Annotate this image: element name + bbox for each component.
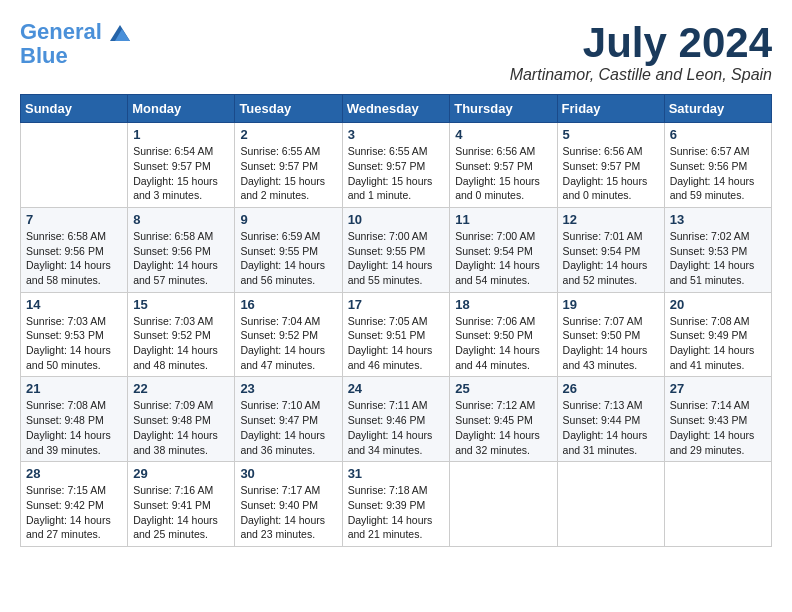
day-number: 19 [563, 297, 659, 312]
day-info: Sunrise: 7:08 AM Sunset: 9:48 PM Dayligh… [26, 398, 122, 457]
day-number: 5 [563, 127, 659, 142]
day-info: Sunrise: 7:01 AM Sunset: 9:54 PM Dayligh… [563, 229, 659, 288]
day-number: 26 [563, 381, 659, 396]
day-info: Sunrise: 6:58 AM Sunset: 9:56 PM Dayligh… [26, 229, 122, 288]
calendar-cell: 6Sunrise: 6:57 AM Sunset: 9:56 PM Daylig… [664, 123, 771, 208]
calendar-cell: 19Sunrise: 7:07 AM Sunset: 9:50 PM Dayli… [557, 292, 664, 377]
day-info: Sunrise: 7:14 AM Sunset: 9:43 PM Dayligh… [670, 398, 766, 457]
calendar-cell: 31Sunrise: 7:18 AM Sunset: 9:39 PM Dayli… [342, 462, 450, 547]
day-info: Sunrise: 7:11 AM Sunset: 9:46 PM Dayligh… [348, 398, 445, 457]
day-number: 1 [133, 127, 229, 142]
day-info: Sunrise: 7:13 AM Sunset: 9:44 PM Dayligh… [563, 398, 659, 457]
day-info: Sunrise: 7:03 AM Sunset: 9:53 PM Dayligh… [26, 314, 122, 373]
calendar-body: 1Sunrise: 6:54 AM Sunset: 9:57 PM Daylig… [21, 123, 772, 547]
header-wednesday: Wednesday [342, 95, 450, 123]
calendar-cell: 3Sunrise: 6:55 AM Sunset: 9:57 PM Daylig… [342, 123, 450, 208]
calendar-cell: 22Sunrise: 7:09 AM Sunset: 9:48 PM Dayli… [128, 377, 235, 462]
day-number: 24 [348, 381, 445, 396]
header-tuesday: Tuesday [235, 95, 342, 123]
calendar-cell: 28Sunrise: 7:15 AM Sunset: 9:42 PM Dayli… [21, 462, 128, 547]
calendar-week-5: 28Sunrise: 7:15 AM Sunset: 9:42 PM Dayli… [21, 462, 772, 547]
day-number: 10 [348, 212, 445, 227]
calendar-cell: 24Sunrise: 7:11 AM Sunset: 9:46 PM Dayli… [342, 377, 450, 462]
calendar-cell: 11Sunrise: 7:00 AM Sunset: 9:54 PM Dayli… [450, 207, 557, 292]
day-number: 12 [563, 212, 659, 227]
header-monday: Monday [128, 95, 235, 123]
logo-icon [110, 25, 130, 41]
day-info: Sunrise: 6:58 AM Sunset: 9:56 PM Dayligh… [133, 229, 229, 288]
calendar-cell: 2Sunrise: 6:55 AM Sunset: 9:57 PM Daylig… [235, 123, 342, 208]
day-number: 3 [348, 127, 445, 142]
calendar-table: Sunday Monday Tuesday Wednesday Thursday… [20, 94, 772, 547]
day-info: Sunrise: 6:56 AM Sunset: 9:57 PM Dayligh… [455, 144, 551, 203]
day-info: Sunrise: 7:16 AM Sunset: 9:41 PM Dayligh… [133, 483, 229, 542]
day-number: 28 [26, 466, 122, 481]
day-number: 23 [240, 381, 336, 396]
header-thursday: Thursday [450, 95, 557, 123]
day-info: Sunrise: 7:17 AM Sunset: 9:40 PM Dayligh… [240, 483, 336, 542]
calendar-cell [557, 462, 664, 547]
month-title: July 2024 [510, 20, 772, 66]
header-friday: Friday [557, 95, 664, 123]
day-number: 8 [133, 212, 229, 227]
calendar-cell [21, 123, 128, 208]
day-info: Sunrise: 7:10 AM Sunset: 9:47 PM Dayligh… [240, 398, 336, 457]
day-info: Sunrise: 7:05 AM Sunset: 9:51 PM Dayligh… [348, 314, 445, 373]
weekday-header-row: Sunday Monday Tuesday Wednesday Thursday… [21, 95, 772, 123]
calendar-cell: 12Sunrise: 7:01 AM Sunset: 9:54 PM Dayli… [557, 207, 664, 292]
header-sunday: Sunday [21, 95, 128, 123]
calendar-week-3: 14Sunrise: 7:03 AM Sunset: 9:53 PM Dayli… [21, 292, 772, 377]
calendar-cell: 25Sunrise: 7:12 AM Sunset: 9:45 PM Dayli… [450, 377, 557, 462]
day-number: 17 [348, 297, 445, 312]
day-number: 16 [240, 297, 336, 312]
calendar-cell: 9Sunrise: 6:59 AM Sunset: 9:55 PM Daylig… [235, 207, 342, 292]
logo-text: General [20, 20, 130, 44]
day-info: Sunrise: 6:59 AM Sunset: 9:55 PM Dayligh… [240, 229, 336, 288]
day-number: 4 [455, 127, 551, 142]
calendar-cell [450, 462, 557, 547]
calendar-cell: 29Sunrise: 7:16 AM Sunset: 9:41 PM Dayli… [128, 462, 235, 547]
calendar-week-4: 21Sunrise: 7:08 AM Sunset: 9:48 PM Dayli… [21, 377, 772, 462]
day-info: Sunrise: 7:12 AM Sunset: 9:45 PM Dayligh… [455, 398, 551, 457]
calendar-cell [664, 462, 771, 547]
calendar-cell: 4Sunrise: 6:56 AM Sunset: 9:57 PM Daylig… [450, 123, 557, 208]
day-number: 22 [133, 381, 229, 396]
day-number: 11 [455, 212, 551, 227]
logo-blue: Blue [20, 44, 68, 68]
calendar-cell: 7Sunrise: 6:58 AM Sunset: 9:56 PM Daylig… [21, 207, 128, 292]
day-number: 30 [240, 466, 336, 481]
day-info: Sunrise: 6:55 AM Sunset: 9:57 PM Dayligh… [240, 144, 336, 203]
day-info: Sunrise: 7:07 AM Sunset: 9:50 PM Dayligh… [563, 314, 659, 373]
calendar-cell: 8Sunrise: 6:58 AM Sunset: 9:56 PM Daylig… [128, 207, 235, 292]
day-info: Sunrise: 6:55 AM Sunset: 9:57 PM Dayligh… [348, 144, 445, 203]
logo: General Blue [20, 20, 130, 68]
day-info: Sunrise: 7:09 AM Sunset: 9:48 PM Dayligh… [133, 398, 229, 457]
calendar-week-1: 1Sunrise: 6:54 AM Sunset: 9:57 PM Daylig… [21, 123, 772, 208]
day-info: Sunrise: 7:18 AM Sunset: 9:39 PM Dayligh… [348, 483, 445, 542]
calendar-cell: 13Sunrise: 7:02 AM Sunset: 9:53 PM Dayli… [664, 207, 771, 292]
calendar-cell: 23Sunrise: 7:10 AM Sunset: 9:47 PM Dayli… [235, 377, 342, 462]
calendar-cell: 10Sunrise: 7:00 AM Sunset: 9:55 PM Dayli… [342, 207, 450, 292]
day-number: 21 [26, 381, 122, 396]
calendar-cell: 18Sunrise: 7:06 AM Sunset: 9:50 PM Dayli… [450, 292, 557, 377]
day-number: 9 [240, 212, 336, 227]
page-header: General Blue July 2024 Martinamor, Casti… [20, 20, 772, 84]
day-info: Sunrise: 7:15 AM Sunset: 9:42 PM Dayligh… [26, 483, 122, 542]
day-info: Sunrise: 6:54 AM Sunset: 9:57 PM Dayligh… [133, 144, 229, 203]
calendar-cell: 15Sunrise: 7:03 AM Sunset: 9:52 PM Dayli… [128, 292, 235, 377]
day-number: 7 [26, 212, 122, 227]
calendar-cell: 21Sunrise: 7:08 AM Sunset: 9:48 PM Dayli… [21, 377, 128, 462]
day-number: 2 [240, 127, 336, 142]
day-number: 15 [133, 297, 229, 312]
day-info: Sunrise: 6:56 AM Sunset: 9:57 PM Dayligh… [563, 144, 659, 203]
day-number: 29 [133, 466, 229, 481]
calendar-week-2: 7Sunrise: 6:58 AM Sunset: 9:56 PM Daylig… [21, 207, 772, 292]
day-info: Sunrise: 7:00 AM Sunset: 9:54 PM Dayligh… [455, 229, 551, 288]
day-info: Sunrise: 7:00 AM Sunset: 9:55 PM Dayligh… [348, 229, 445, 288]
day-info: Sunrise: 7:06 AM Sunset: 9:50 PM Dayligh… [455, 314, 551, 373]
day-number: 13 [670, 212, 766, 227]
day-number: 18 [455, 297, 551, 312]
day-number: 25 [455, 381, 551, 396]
day-number: 20 [670, 297, 766, 312]
calendar-cell: 1Sunrise: 6:54 AM Sunset: 9:57 PM Daylig… [128, 123, 235, 208]
